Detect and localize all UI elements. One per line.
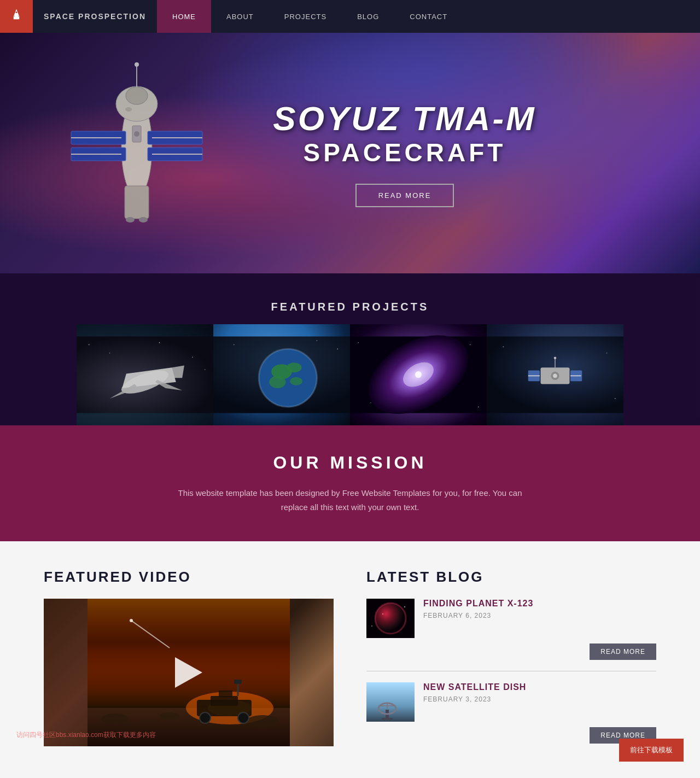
svg-point-41: [287, 362, 301, 372]
hero-section: SOYUZ TMA-M SPACECRAFT READ MORE: [0, 33, 700, 273]
our-mission-title: OUR MISSION: [109, 453, 591, 473]
blog-thumb-2: [366, 682, 415, 722]
svg-point-52: [470, 344, 471, 346]
svg-point-10: [139, 217, 148, 223]
hero-text: SOYUZ TMA-M SPACECRAFT READ MORE: [273, 99, 536, 207]
project-thumb-1[interactable]: [77, 324, 213, 425]
svg-point-20: [135, 62, 139, 67]
nav-contact[interactable]: CONTACT: [394, 0, 463, 33]
latest-blog-col: LATEST BLOG: [366, 569, 656, 754]
svg-point-26: [109, 353, 110, 354]
svg-marker-32: [172, 365, 184, 378]
hero-title-sub: SPACECRAFT: [273, 138, 536, 167]
blog-date-1: FEBRUARY 6, 2023: [423, 612, 656, 619]
nav-about[interactable]: ABOUT: [211, 0, 269, 33]
svg-point-86: [382, 613, 383, 615]
svg-point-55: [606, 353, 608, 354]
video-thumbnail[interactable]: [44, 599, 334, 746]
svg-point-87: [404, 606, 405, 607]
blog-item-1: FINDING PLANET X-123 FEBRUARY 6, 2023 RE…: [366, 599, 656, 671]
svg-rect-78: [219, 691, 232, 697]
satellite-img: [487, 324, 623, 425]
svg-point-28: [192, 357, 193, 358]
our-mission-section: OUR MISSION This website template has be…: [0, 425, 700, 541]
svg-rect-1: [15, 15, 18, 20]
hero-title-main: SOYUZ TMA-M: [273, 99, 536, 138]
svg-point-73: [246, 715, 279, 728]
svg-marker-2: [14, 16, 15, 19]
svg-point-22: [134, 131, 139, 137]
blog-read-more-1: READ MORE: [366, 644, 656, 660]
svg-point-49: [358, 342, 359, 343]
blog-img-2: [366, 682, 415, 722]
nav-brand: SPACE PROSPECTION: [33, 12, 157, 21]
svg-point-54: [503, 347, 504, 348]
svg-point-71: [101, 713, 129, 724]
nav-projects[interactable]: PROJECTS: [269, 0, 342, 33]
svg-point-36: [234, 344, 235, 346]
blog-post-title-2: NEW SATELLITE DISH: [423, 682, 656, 692]
featured-projects-title: FEATURED PROJECTS: [77, 290, 623, 324]
svg-rect-77: [211, 696, 238, 706]
blog-thumb-1: [366, 599, 415, 638]
blog-post-title-1: FINDING PLANET X-123: [423, 599, 656, 609]
watermark: 访问四号社区bbs.xianlao.com获取下载更多内容: [16, 730, 156, 740]
earth-img: [213, 324, 350, 425]
svg-point-72: [160, 712, 179, 720]
svg-point-88: [371, 625, 372, 627]
project-thumb-3[interactable]: [350, 324, 487, 425]
svg-point-23: [125, 107, 132, 112]
projects-grid: [77, 324, 623, 425]
navbar: SPACE PROSPECTION HOME ABOUT PROJECTS BL…: [0, 0, 700, 33]
blog-item-2-top: NEW SATELLITE DISH FEBRUARY 3, 2023: [366, 682, 656, 722]
blog-item-1-top: FINDING PLANET X-123 FEBRUARY 6, 2023: [366, 599, 656, 638]
download-banner[interactable]: 前往下载模板: [619, 739, 684, 762]
blog-date-2: FEBRUARY 3, 2023: [423, 695, 656, 703]
play-button[interactable]: [175, 657, 202, 688]
svg-point-50: [478, 406, 479, 407]
svg-point-7: [126, 87, 148, 104]
svg-point-4: [16, 11, 18, 13]
rocket-icon: [8, 8, 25, 25]
svg-point-65: [554, 357, 557, 360]
galaxy-img: [350, 324, 487, 425]
nav-links: HOME ABOUT PROJECTS BLOG CONTACT: [157, 0, 463, 33]
project-thumb-2[interactable]: [213, 324, 350, 425]
latest-blog-title: LATEST BLOG: [366, 569, 656, 586]
featured-projects-section: FEATURED PROJECTS: [0, 273, 700, 425]
svg-point-25: [89, 344, 90, 346]
featured-video-col: FEATURED VIDEO: [44, 569, 334, 754]
svg-marker-3: [18, 16, 19, 19]
hero-cta-button[interactable]: READ MORE: [355, 184, 454, 207]
spacecraft-illustration: [44, 38, 230, 273]
svg-rect-94: [382, 718, 393, 720]
shuttle-img: [77, 324, 213, 425]
svg-point-51: [370, 402, 371, 403]
svg-point-75: [200, 712, 211, 723]
svg-rect-67: [88, 599, 290, 708]
svg-point-76: [238, 712, 249, 723]
blog-read-btn-1[interactable]: READ MORE: [590, 644, 656, 660]
svg-point-82: [130, 619, 133, 622]
project-thumb-4[interactable]: [487, 324, 623, 425]
svg-rect-89: [366, 682, 415, 722]
featured-video-title: FEATURED VIDEO: [44, 569, 334, 586]
svg-point-9: [126, 217, 135, 223]
nav-logo[interactable]: [0, 0, 33, 33]
our-mission-text: This website template has been designed …: [164, 486, 536, 514]
svg-point-56: [615, 398, 616, 399]
svg-point-38: [317, 340, 318, 341]
svg-point-37: [337, 348, 339, 349]
svg-rect-80: [234, 680, 242, 684]
svg-rect-8: [125, 186, 149, 219]
svg-point-27: [159, 342, 160, 343]
svg-point-63: [553, 374, 557, 378]
nav-blog[interactable]: BLOG: [342, 0, 394, 33]
svg-point-29: [205, 369, 206, 370]
blog-img-1: [366, 599, 415, 638]
nav-home[interactable]: HOME: [157, 0, 211, 33]
blog-info-2: NEW SATELLITE DISH FEBRUARY 3, 2023: [423, 682, 656, 703]
content-section: FEATURED VIDEO: [0, 541, 700, 778]
svg-point-42: [269, 376, 285, 388]
svg-point-48: [415, 371, 422, 378]
